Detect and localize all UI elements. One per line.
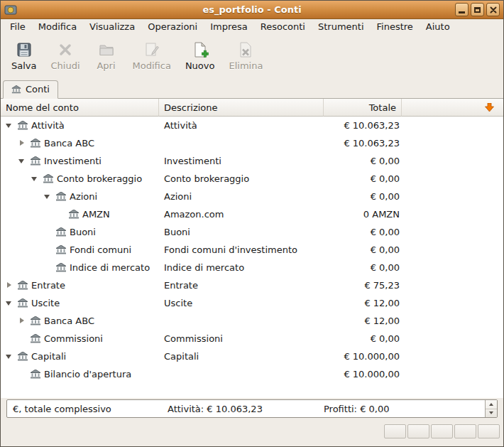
table-row[interactable]: CommissioniCommissioni€ 0,00: [1, 330, 503, 348]
maximize-button[interactable]: [471, 3, 484, 16]
account-description: Conto brokeraggio: [159, 173, 324, 184]
expander-open-icon[interactable]: [4, 351, 14, 362]
table-row[interactable]: AzioniAzioni€ 0,00: [1, 188, 503, 205]
expander-spacer: [42, 244, 53, 255]
account-total: € 10.063,23: [324, 138, 402, 149]
column-header-name[interactable]: Nome del conto: [1, 99, 159, 117]
menu-item-aiuto[interactable]: Aiuto: [420, 19, 456, 36]
menu-item-file[interactable]: File: [4, 19, 32, 36]
summary-pager-spinner[interactable]: [485, 400, 497, 417]
elimina-toolbar-button: Elimina: [221, 38, 270, 72]
account-icon: [30, 139, 41, 148]
account-name: Uscite: [31, 298, 60, 308]
titlebar[interactable]: es_portfolio - Conti: [1, 1, 503, 19]
window-resize-grip[interactable]: [384, 424, 500, 438]
table-row[interactable]: AMZNAmazon.com0 AMZN: [1, 205, 503, 223]
account-icon: [55, 227, 67, 237]
account-icon: [55, 192, 67, 201]
account-total: € 10.000,00: [324, 369, 402, 379]
close-icon: [57, 41, 74, 58]
account-name: Capitali: [31, 351, 66, 362]
account-icon: [68, 210, 80, 219]
expander-closed-icon[interactable]: [16, 138, 27, 149]
window-controls: [455, 3, 500, 16]
table-row[interactable]: BuoniBuoni€ 0,00: [1, 223, 503, 241]
window-title: es_portfolio - Conti: [1, 4, 503, 15]
account-icon: [11, 85, 21, 94]
account-icon: [55, 245, 67, 254]
table-row[interactable]: Fondi comuniFondi comuni d'investimento€…: [1, 241, 503, 259]
menu-item-strumenti[interactable]: Strumenti: [312, 19, 371, 36]
column-options-header[interactable]: [402, 99, 503, 117]
save-icon: [16, 41, 33, 58]
column-header-description[interactable]: Descrizione: [159, 99, 324, 117]
account-description: Amazon.com: [159, 209, 324, 220]
expander-closed-icon[interactable]: [16, 316, 27, 326]
menu-item-finestre[interactable]: Finestre: [371, 19, 420, 36]
spinner-up-icon[interactable]: [486, 400, 497, 409]
table-row[interactable]: InvestimentiInvestimenti€ 0,00: [1, 152, 503, 170]
table-row[interactable]: AttivitàAttività€ 10.063,23: [1, 117, 503, 134]
minimize-button[interactable]: [455, 3, 469, 16]
expander-open-icon[interactable]: [4, 120, 14, 131]
grip-box: [407, 424, 429, 438]
table-row[interactable]: UsciteUscite€ 12,00: [1, 294, 503, 312]
account-name: Fondi comuni: [70, 244, 131, 255]
menu-item-visualizza[interactable]: Visualizza: [83, 19, 141, 36]
account-icon: [30, 156, 41, 166]
table-row[interactable]: EntrateEntrate€ 75,23: [1, 276, 503, 294]
expander-open-icon[interactable]: [4, 298, 14, 308]
close-button[interactable]: [486, 3, 500, 16]
account-name: Commissioni: [44, 333, 103, 344]
account-name: Investimenti: [44, 156, 102, 166]
table-row[interactable]: Bilancio d'apertura€ 10.000,00: [1, 365, 503, 383]
modifica-toolbar-button: Modifica: [126, 38, 178, 72]
salva-toolbar-button[interactable]: Salva: [4, 38, 44, 72]
expander-open-icon[interactable]: [29, 173, 40, 184]
maximize-icon: [474, 7, 481, 13]
account-icon: [55, 263, 67, 272]
table-row[interactable]: Indice di mercatoIndice di mercato€ 0,00: [1, 259, 503, 276]
account-total: € 10.000,00: [324, 351, 402, 362]
table-row[interactable]: Banca ABC€ 12,00: [1, 312, 503, 330]
expander-open-icon[interactable]: [42, 191, 53, 202]
account-name: Azioni: [70, 191, 97, 202]
menu-item-impresa[interactable]: Impresa: [204, 19, 254, 36]
spinner-down-icon[interactable]: [486, 409, 497, 418]
account-name: Banca ABC: [44, 138, 94, 149]
delete-icon: [237, 41, 254, 58]
account-description: Indice di mercato: [159, 262, 324, 273]
account-name: Attività: [31, 120, 65, 131]
expander-spacer: [16, 333, 27, 344]
accounts-page: Nome del conto Descrizione Totale Attivi…: [1, 99, 503, 398]
account-icon: [17, 298, 28, 308]
menu-item-operazioni[interactable]: Operazioni: [141, 19, 204, 36]
tab-label: Conti: [26, 84, 50, 95]
menu-item-modifica[interactable]: Modifica: [32, 19, 83, 36]
account-total: € 0,00: [324, 262, 402, 273]
grip-box: [384, 424, 406, 438]
expander-spacer: [42, 262, 53, 273]
column-header-total[interactable]: Totale: [324, 99, 402, 117]
account-description: Investimenti: [159, 156, 324, 166]
expander-open-icon[interactable]: [16, 156, 27, 166]
tab-conti[interactable]: Conti: [3, 80, 58, 99]
expander-spacer: [42, 227, 53, 237]
table-row[interactable]: Banca ABC€ 10.063,23: [1, 134, 503, 152]
account-total: € 75,23: [324, 280, 402, 291]
expander-closed-icon[interactable]: [4, 280, 14, 291]
account-total: € 0,00: [324, 156, 402, 166]
account-total: € 0,00: [324, 173, 402, 184]
account-description: Fondi comuni d'investimento: [159, 244, 324, 255]
table-row[interactable]: Conto brokeraggioConto brokeraggio€ 0,00: [1, 170, 503, 188]
edit-icon: [143, 41, 160, 58]
grip-box: [478, 424, 500, 438]
open-icon: [98, 41, 115, 58]
nuovo-toolbar-button[interactable]: Nuovo: [178, 38, 222, 72]
table-row[interactable]: CapitaliCapitali€ 10.000,00: [1, 348, 503, 365]
menu-item-resoconti[interactable]: Resoconti: [254, 19, 312, 36]
gnucash-window: es_portfolio - Conti FileModificaVisuali…: [0, 0, 504, 447]
new-icon: [192, 41, 209, 58]
account-description: Commissioni: [159, 333, 324, 344]
account-total: 0 AMZN: [324, 209, 402, 220]
